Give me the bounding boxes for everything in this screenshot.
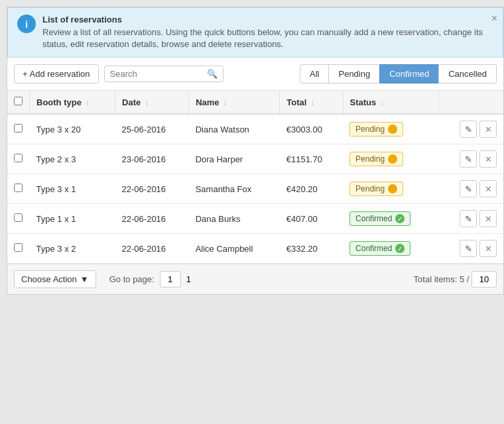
action-buttons: ✎ ✕ bbox=[445, 150, 497, 168]
status-cell: Confirmed ✓ bbox=[343, 234, 438, 264]
filter-confirmed-button[interactable]: Confirmed bbox=[379, 64, 439, 83]
reservations-table: Booth type ↕ Date ↕ Name ↕ Total ↕ Statu… bbox=[7, 91, 503, 264]
search-box: 🔍 bbox=[104, 66, 223, 82]
booth-type-cell: Type 3 x 2 bbox=[30, 234, 115, 264]
status-cell: Pending bbox=[343, 174, 438, 204]
delete-button-2[interactable]: ✕ bbox=[479, 180, 497, 197]
table-row: Type 3 x 1 22-06-2016 Samantha Fox €420.… bbox=[7, 174, 503, 204]
status-cell: Pending bbox=[343, 144, 438, 174]
add-reservation-button[interactable]: + Add reservation bbox=[14, 64, 99, 83]
per-page-input[interactable] bbox=[472, 271, 497, 288]
name-header[interactable]: Name ↕ bbox=[189, 91, 280, 114]
actions-cell: ✎ ✕ bbox=[438, 234, 503, 264]
row-checkbox-cell bbox=[7, 204, 30, 234]
row-checkbox-1[interactable] bbox=[14, 154, 23, 162]
total-items-text: Total items: 5 / bbox=[414, 274, 470, 284]
row-checkbox-2[interactable] bbox=[14, 184, 23, 192]
pending-icon bbox=[388, 184, 397, 193]
info-text: List of reservations Review a list of al… bbox=[42, 15, 493, 50]
total-sort-icon: ↕ bbox=[311, 99, 314, 107]
name-sort-icon: ↕ bbox=[223, 99, 227, 107]
date-cell: 22-06-2016 bbox=[115, 204, 189, 234]
table-row: Type 3 x 20 25-06-2016 Diana Watson €300… bbox=[7, 114, 503, 144]
edit-button-1[interactable]: ✎ bbox=[460, 150, 477, 168]
pending-icon bbox=[388, 154, 397, 164]
row-checkbox-0[interactable] bbox=[14, 124, 23, 132]
delete-button-1[interactable]: ✕ bbox=[479, 150, 497, 168]
date-cell: 23-06-2016 bbox=[115, 144, 189, 174]
table-row: Type 3 x 2 22-06-2016 Alice Campbell €33… bbox=[7, 234, 503, 264]
booth-type-cell: Type 3 x 20 bbox=[30, 114, 115, 144]
actions-cell: ✎ ✕ bbox=[438, 204, 503, 234]
banner-title: List of reservations bbox=[42, 15, 493, 25]
total-cell: €3003.00 bbox=[280, 114, 343, 144]
total-cell: €1151.70 bbox=[280, 144, 343, 174]
pending-icon bbox=[388, 125, 397, 134]
info-banner: i List of reservations Review a list of … bbox=[7, 7, 503, 58]
edit-button-2[interactable]: ✎ bbox=[460, 180, 477, 197]
date-cell: 22-06-2016 bbox=[115, 234, 189, 264]
status-badge: Pending bbox=[349, 152, 403, 166]
row-checkbox-4[interactable] bbox=[14, 243, 23, 252]
filter-pending-button[interactable]: Pending bbox=[328, 64, 380, 83]
status-badge: Confirmed ✓ bbox=[349, 241, 410, 256]
table-row: Type 2 x 3 23-06-2016 Dora Harper €1151.… bbox=[7, 144, 503, 174]
edit-button-4[interactable]: ✎ bbox=[460, 240, 477, 257]
actions-header bbox=[438, 91, 503, 114]
filter-all-button[interactable]: All bbox=[300, 64, 329, 83]
total-items-label: Total items: 5 / bbox=[414, 271, 497, 288]
total-pages: 1 bbox=[186, 274, 191, 284]
booth-type-header[interactable]: Booth type ↕ bbox=[30, 91, 115, 114]
select-all-checkbox[interactable] bbox=[14, 97, 23, 105]
total-header[interactable]: Total ↕ bbox=[280, 91, 343, 114]
row-checkbox-cell bbox=[7, 174, 30, 204]
status-cell: Confirmed ✓ bbox=[343, 204, 438, 234]
edit-button-0[interactable]: ✎ bbox=[460, 121, 477, 138]
actions-cell: ✎ ✕ bbox=[438, 144, 503, 174]
booth-type-cell: Type 2 x 3 bbox=[30, 144, 115, 174]
close-banner-button[interactable]: × bbox=[491, 13, 497, 24]
choose-action-label: Choose Action bbox=[21, 274, 77, 284]
date-header[interactable]: Date ↕ bbox=[115, 91, 189, 114]
edit-button-3[interactable]: ✎ bbox=[460, 210, 477, 227]
status-header[interactable]: Status ↕ bbox=[343, 91, 438, 114]
confirmed-icon: ✓ bbox=[395, 244, 405, 253]
delete-button-0[interactable]: ✕ bbox=[479, 121, 497, 138]
choose-action-chevron-icon: ▼ bbox=[80, 274, 89, 284]
row-checkbox-3[interactable] bbox=[14, 213, 23, 222]
total-cell: €407.00 bbox=[280, 204, 343, 234]
action-buttons: ✎ ✕ bbox=[445, 210, 497, 227]
toolbar: + Add reservation 🔍 All Pending Confirme… bbox=[7, 58, 503, 91]
search-input[interactable] bbox=[110, 69, 204, 79]
booth-type-cell: Type 1 x 1 bbox=[30, 204, 115, 234]
actions-cell: ✎ ✕ bbox=[438, 174, 503, 204]
confirmed-icon: ✓ bbox=[395, 214, 405, 223]
total-cell: €420.20 bbox=[280, 174, 343, 204]
delete-button-4[interactable]: ✕ bbox=[479, 240, 497, 257]
action-buttons: ✎ ✕ bbox=[445, 121, 497, 138]
filter-buttons: All Pending Confirmed Cancelled bbox=[300, 64, 497, 83]
date-sort-icon: ↕ bbox=[145, 99, 149, 107]
status-badge: Confirmed ✓ bbox=[349, 211, 410, 226]
name-cell: Diana Watson bbox=[189, 114, 280, 144]
info-icon: i bbox=[17, 15, 36, 33]
status-badge: Pending bbox=[349, 122, 403, 136]
total-cell: €332.20 bbox=[280, 234, 343, 264]
date-cell: 22-06-2016 bbox=[115, 174, 189, 204]
booth-type-cell: Type 3 x 1 bbox=[30, 174, 115, 204]
choose-action-button[interactable]: Choose Action ▼ bbox=[14, 270, 96, 288]
name-cell: Samantha Fox bbox=[189, 174, 280, 204]
name-cell: Alice Campbell bbox=[189, 234, 280, 264]
row-checkbox-cell bbox=[7, 234, 30, 264]
filter-cancelled-button[interactable]: Cancelled bbox=[438, 64, 497, 83]
status-sort-icon: ↕ bbox=[381, 99, 384, 107]
table-footer: Choose Action ▼ Go to page: 1 Total item… bbox=[7, 264, 503, 294]
select-all-header bbox=[7, 91, 30, 114]
name-cell: Dora Harper bbox=[189, 144, 280, 174]
reservations-panel: i List of reservations Review a list of … bbox=[7, 7, 504, 295]
action-buttons: ✎ ✕ bbox=[445, 240, 497, 257]
search-icon: 🔍 bbox=[207, 69, 218, 79]
page-input[interactable] bbox=[160, 271, 181, 288]
name-cell: Dana Burks bbox=[189, 204, 280, 234]
delete-button-3[interactable]: ✕ bbox=[479, 210, 497, 227]
